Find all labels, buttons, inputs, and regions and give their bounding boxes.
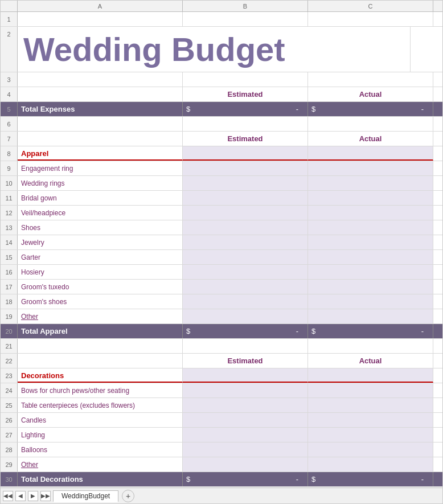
cell-26-c[interactable] bbox=[308, 413, 433, 427]
row-num-14: 14 bbox=[1, 235, 18, 249]
tab-weddingbudget[interactable]: WeddingBudget bbox=[53, 490, 118, 502]
row-8: 8 Apparel bbox=[1, 146, 442, 161]
cell-3-c[interactable] bbox=[308, 72, 433, 87]
cell-27-b[interactable] bbox=[183, 428, 308, 442]
cell-28-b[interactable] bbox=[183, 442, 308, 457]
cell-29-c[interactable] bbox=[308, 457, 433, 472]
cell-13-b[interactable] bbox=[183, 220, 308, 235]
dollar-c-5: $ bbox=[311, 102, 315, 116]
cell-18-b[interactable] bbox=[183, 294, 308, 309]
tab-add-button[interactable]: + bbox=[122, 490, 134, 502]
cell-14-c[interactable] bbox=[308, 235, 433, 249]
cell-30-a: Total Decorations bbox=[18, 472, 183, 486]
cell-23-b[interactable] bbox=[183, 368, 308, 383]
row-30: 30 Total Decorations $ - $ - bbox=[1, 472, 442, 487]
tab-nav-next[interactable]: ▶ bbox=[28, 491, 38, 501]
cell-13-a: Shoes bbox=[18, 220, 183, 235]
row-num-18: 18 bbox=[1, 294, 18, 309]
cell-12-b[interactable] bbox=[183, 206, 308, 220]
cell-5-a: Total Expenses bbox=[18, 102, 183, 116]
row-5: 5 Total Expenses $ - $ - bbox=[1, 102, 442, 117]
dash-b-30: - bbox=[296, 472, 304, 486]
row-17: 17 Groom's tuxedo bbox=[1, 280, 442, 294]
cell-11-c[interactable] bbox=[308, 191, 433, 205]
cell-11-a: Bridal gown bbox=[18, 191, 183, 205]
cell-24-c[interactable] bbox=[308, 383, 433, 398]
cell-26-a: Candles bbox=[18, 413, 183, 427]
cell-5-b: $ - bbox=[183, 102, 308, 116]
cell-15-c[interactable] bbox=[308, 250, 433, 264]
dollar-c-20: $ bbox=[311, 324, 315, 338]
row-20: 20 Total Apparel $ - $ - bbox=[1, 324, 442, 339]
row-25: 25 Table centerpieces (excludes flowers) bbox=[1, 398, 442, 413]
cell-4-c: Actual bbox=[308, 87, 433, 101]
row-4: 4 Estimated Actual bbox=[1, 87, 442, 102]
cell-3-a[interactable] bbox=[18, 72, 183, 87]
cell-24-a: Bows for church pews/other seating bbox=[18, 383, 183, 398]
cell-23-c[interactable] bbox=[308, 368, 433, 383]
cell-19-b[interactable] bbox=[183, 309, 308, 323]
grid-area: 1 2 Wedding Budget 3 4 Estimated Actual … bbox=[1, 12, 442, 487]
cell-16-b[interactable] bbox=[183, 265, 308, 279]
col-header-c: C bbox=[308, 1, 433, 11]
row-22: 22 Estimated Actual bbox=[1, 354, 442, 368]
cell-28-c[interactable] bbox=[308, 442, 433, 457]
cell-19-c[interactable] bbox=[308, 309, 433, 323]
cell-14-b[interactable] bbox=[183, 235, 308, 249]
row-num-21: 21 bbox=[1, 339, 18, 353]
cell-16-a: Hosiery bbox=[18, 265, 183, 279]
cell-10-c[interactable] bbox=[308, 176, 433, 190]
row-num-29: 29 bbox=[1, 457, 18, 472]
cell-1-a[interactable] bbox=[18, 12, 183, 26]
cell-13-c[interactable] bbox=[308, 220, 433, 235]
cell-22-a[interactable] bbox=[18, 354, 183, 368]
cell-25-c[interactable] bbox=[308, 398, 433, 412]
cell-1-b[interactable] bbox=[183, 12, 308, 26]
row-10: 10 Wedding rings bbox=[1, 176, 442, 191]
cell-1-c[interactable] bbox=[308, 12, 433, 26]
cell-4-a[interactable] bbox=[18, 87, 183, 101]
cell-10-b[interactable] bbox=[183, 176, 308, 190]
cell-3-b[interactable] bbox=[183, 72, 308, 87]
spreadsheet: A B C 1 2 Wedding Budget 3 4 Estimated A… bbox=[0, 0, 443, 504]
cell-15-b[interactable] bbox=[183, 250, 308, 264]
row-num-4: 4 bbox=[1, 87, 18, 101]
cell-9-c[interactable] bbox=[308, 161, 433, 175]
row-num-3: 3 bbox=[1, 72, 18, 87]
cell-6-a[interactable] bbox=[18, 117, 183, 131]
dash-c-20: - bbox=[421, 324, 429, 338]
cell-12-c[interactable] bbox=[308, 206, 433, 220]
cell-18-c[interactable] bbox=[308, 294, 433, 309]
cell-16-c[interactable] bbox=[308, 265, 433, 279]
cell-24-b[interactable] bbox=[183, 383, 308, 398]
cell-17-b[interactable] bbox=[183, 280, 308, 294]
dash-b-5: - bbox=[296, 102, 304, 116]
row-14: 14 Jewelry bbox=[1, 235, 442, 250]
dash-c-5: - bbox=[421, 102, 429, 116]
tab-nav-last[interactable]: ▶▶ bbox=[40, 491, 51, 501]
cell-21-c[interactable] bbox=[308, 339, 433, 353]
cell-8-b[interactable] bbox=[183, 146, 308, 161]
cell-21-b[interactable] bbox=[183, 339, 308, 353]
tab-nav-prev[interactable]: ◀ bbox=[15, 491, 26, 501]
cell-6-c[interactable] bbox=[308, 117, 433, 131]
cell-17-c[interactable] bbox=[308, 280, 433, 294]
row-num-24: 24 bbox=[1, 383, 18, 398]
cell-21-a[interactable] bbox=[18, 339, 183, 353]
cell-6-b[interactable] bbox=[183, 117, 308, 131]
cell-27-c[interactable] bbox=[308, 428, 433, 442]
cell-7-a[interactable] bbox=[18, 132, 183, 146]
tab-nav-first[interactable]: ◀◀ bbox=[3, 491, 13, 501]
row-num-7: 7 bbox=[1, 132, 18, 146]
cell-26-b[interactable] bbox=[183, 413, 308, 427]
cell-25-b[interactable] bbox=[183, 398, 308, 412]
cell-9-b[interactable] bbox=[183, 161, 308, 175]
row-13: 13 Shoes bbox=[1, 220, 442, 235]
row-6: 6 bbox=[1, 117, 442, 132]
row-num-16: 16 bbox=[1, 265, 18, 279]
cell-8-c[interactable] bbox=[308, 146, 433, 161]
dash-b-20: - bbox=[296, 324, 304, 338]
cell-11-b[interactable] bbox=[183, 191, 308, 205]
row-num-11: 11 bbox=[1, 191, 18, 205]
cell-29-b[interactable] bbox=[183, 457, 308, 472]
